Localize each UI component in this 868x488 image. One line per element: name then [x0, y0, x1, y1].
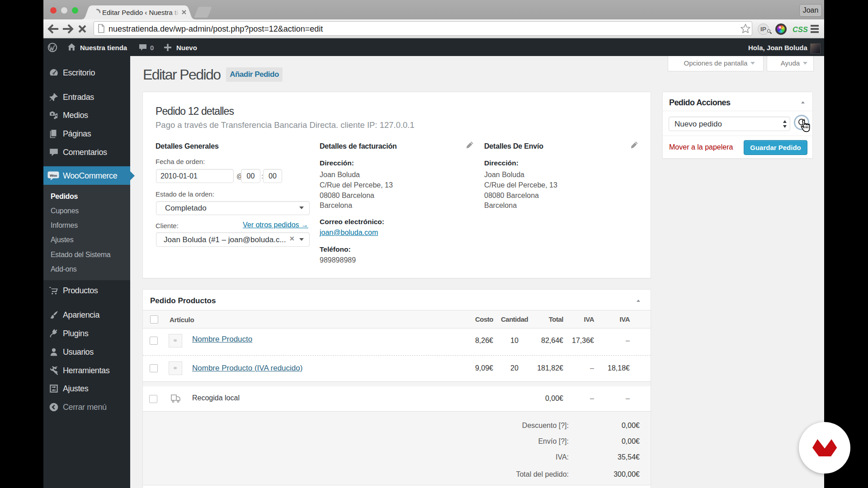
svg-text:Woo: Woo [50, 174, 57, 178]
